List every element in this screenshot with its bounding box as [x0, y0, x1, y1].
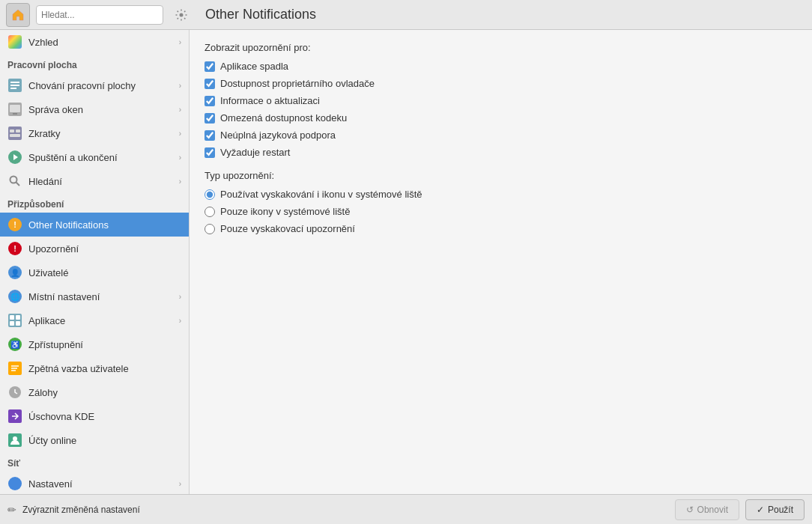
- right-actions: ↺ Obnovit ✓ Použít: [675, 499, 805, 520]
- sidebar-label-zkratky: Zkratky: [28, 128, 173, 139]
- apply-icon: ✓: [757, 505, 764, 515]
- sidebar-item-nastaveni[interactable]: Nastavení ›: [0, 472, 189, 494]
- section-pracovni: Pracovní plocha: [0, 54, 189, 73]
- svg-rect-18: [16, 315, 20, 320]
- radio-only-popup-input[interactable]: [204, 224, 215, 234]
- sidebar-item-upozorneni[interactable]: ! Upozornění: [0, 237, 189, 261]
- sidebar-item-zalohy[interactable]: Zálohy: [0, 380, 189, 404]
- radio-popup-icon[interactable]: Používat vyskakování i ikonu v systémové…: [204, 189, 797, 200]
- chovani-icon: [7, 78, 22, 93]
- checkbox-omezena-label: Omezená dostupnost kodeku: [220, 112, 347, 124]
- sidebar-label-uzivatele: Uživatelé: [28, 267, 181, 278]
- sidebar-label-nastaveni: Nastavení: [28, 478, 173, 490]
- sidebar-item-zpristupneni[interactable]: ♿ Zpřístupnění: [0, 332, 189, 356]
- sidebar-item-ucty[interactable]: Účty online: [0, 428, 189, 452]
- checkbox-aplikace-spadla-input[interactable]: [204, 61, 215, 72]
- checkbox-omezena[interactable]: Omezená dostupnost kodeku: [204, 112, 797, 124]
- svg-point-14: [10, 177, 17, 183]
- sidebar-item-chovani[interactable]: Chování pracovní plochy ›: [0, 73, 189, 97]
- radio-only-icon-label: Pouze ikony v systémové liště: [220, 206, 350, 217]
- zpristupneni-icon: ♿: [7, 337, 22, 352]
- sidebar-label-zpetna: Zpětná vazba uživatele: [28, 363, 181, 374]
- sidebar-label-sprava: Správa oken: [28, 104, 173, 115]
- sidebar-item-sprava[interactable]: Správa oken ›: [0, 97, 189, 121]
- svg-rect-10: [16, 130, 20, 132]
- sidebar-item-zpetna[interactable]: Zpětná vazba uživatele: [0, 356, 189, 380]
- sidebar-label-aplikace: Aplikace: [28, 315, 173, 326]
- reset-button[interactable]: ↺ Obnovit: [675, 499, 739, 520]
- svg-rect-3: [10, 85, 19, 86]
- checkbox-aplikace-spadla-label: Aplikace spadla: [220, 61, 288, 72]
- notification-type-label: Typ upozornění:: [204, 170, 797, 181]
- sidebar-item-vzhled[interactable]: Vzhled ›: [0, 30, 189, 54]
- checkbox-dostupnost-label: Dostupnost proprietárního ovladače: [220, 78, 375, 89]
- checkbox-informace-label: Informace o aktualizaci: [220, 95, 320, 106]
- mistni-icon: 🌐: [7, 289, 22, 304]
- reset-label: Obnovit: [697, 505, 728, 515]
- radio-only-icon[interactable]: Pouze ikony v systémové liště: [204, 206, 797, 217]
- checkbox-vyzaduje[interactable]: Vyžaduje restart: [204, 147, 797, 158]
- zkratky-icon: [7, 126, 22, 141]
- chevron-icon: ›: [179, 153, 181, 162]
- content-area: Vzhled › Pracovní plocha Chování pracovn…: [0, 30, 812, 494]
- checkbox-omezena-input[interactable]: [204, 113, 215, 124]
- sidebar-label-hledani: Hledání: [28, 176, 173, 187]
- reset-icon: ↺: [686, 505, 694, 515]
- checkbox-aplikace-spadla[interactable]: Aplikace spadla: [204, 61, 797, 72]
- show-warnings-label: Zobrazit upozornění pro:: [204, 42, 797, 53]
- hledani-icon: [7, 174, 22, 189]
- svg-rect-19: [10, 321, 14, 326]
- svg-rect-9: [10, 130, 14, 132]
- chevron-icon: ›: [179, 106, 181, 114]
- sidebar-label-ucty: Účty online: [28, 435, 181, 446]
- apply-label: Použít: [768, 505, 793, 515]
- sidebar-item-aplikace[interactable]: Aplikace ›: [0, 308, 189, 332]
- upozorneni-icon: !: [7, 241, 22, 256]
- checkbox-neuplna-input[interactable]: [204, 130, 215, 141]
- search-input[interactable]: [36, 5, 163, 25]
- left-actions: ✏ Zvýraznit změněná nastavení: [7, 504, 669, 516]
- sidebar-label-zpristupneni: Zpřístupnění: [28, 339, 181, 350]
- sidebar-item-mistni[interactable]: 🌐 Místní nastavení ›: [0, 284, 189, 308]
- ucty-icon: [7, 433, 22, 448]
- nastaveni-icon: [7, 476, 22, 491]
- zalohy-icon: [7, 385, 22, 400]
- radio-popup-icon-input[interactable]: [204, 189, 215, 200]
- sidebar-label-chovani: Chování pracovní plochy: [28, 80, 173, 91]
- sidebar-label-notifications: Other Notifications: [28, 219, 181, 231]
- sidebar-item-uschovna[interactable]: Úschovna KDE: [0, 404, 189, 428]
- checkbox-dostupnost[interactable]: Dostupnost proprietárního ovladače: [204, 78, 797, 89]
- aplikace-icon: [7, 313, 22, 328]
- chevron-icon: ›: [179, 480, 181, 488]
- sidebar-item-uzivatele[interactable]: 👤 Uživatelé: [0, 261, 189, 284]
- checkbox-informace-input[interactable]: [204, 96, 215, 106]
- checkbox-vyzaduje-label: Vyžaduje restart: [220, 147, 290, 158]
- checkbox-neuplna[interactable]: Neúplná jazyková podpora: [204, 130, 797, 141]
- checkbox-dostupnost-input[interactable]: [204, 79, 215, 89]
- sidebar: Vzhled › Pracovní plocha Chování pracovn…: [0, 30, 190, 494]
- bottom-bar: ✏ Zvýraznit změněná nastavení ↺ Obnovit …: [0, 494, 812, 524]
- settings-icon[interactable]: [169, 3, 193, 27]
- page-title: Other Notifications: [205, 7, 316, 22]
- svg-rect-6: [10, 105, 20, 112]
- sidebar-label-spusteni: Spuštění a ukončení: [28, 152, 173, 163]
- svg-rect-7: [13, 113, 17, 115]
- svg-rect-4: [10, 88, 16, 89]
- chevron-icon: ›: [179, 82, 181, 90]
- checkbox-vyzaduje-input[interactable]: [204, 147, 215, 158]
- apply-button[interactable]: ✓ Použít: [745, 499, 805, 520]
- sidebar-item-notifications[interactable]: ! Other Notifications: [0, 213, 189, 237]
- sidebar-item-hledani[interactable]: Hledání ›: [0, 169, 189, 193]
- spusteni-icon: [7, 150, 22, 165]
- radio-popup-icon-label: Používat vyskakování i ikonu v systémové…: [220, 189, 422, 200]
- sidebar-item-zkratky[interactable]: Zkratky ›: [0, 121, 189, 145]
- radio-only-popup[interactable]: Pouze vyskakovací upozornění: [204, 223, 797, 234]
- svg-rect-2: [10, 82, 19, 83]
- checkbox-informace[interactable]: Informace o aktualizaci: [204, 95, 797, 106]
- chevron-icon: ›: [179, 293, 181, 301]
- radio-only-icon-input[interactable]: [204, 207, 215, 217]
- svg-rect-8: [8, 127, 22, 140]
- zvyraznit-label: Zvýraznit změněná nastavení: [22, 505, 140, 515]
- home-button[interactable]: [6, 3, 30, 27]
- sidebar-item-spusteni[interactable]: Spuštění a ukončení ›: [0, 145, 189, 169]
